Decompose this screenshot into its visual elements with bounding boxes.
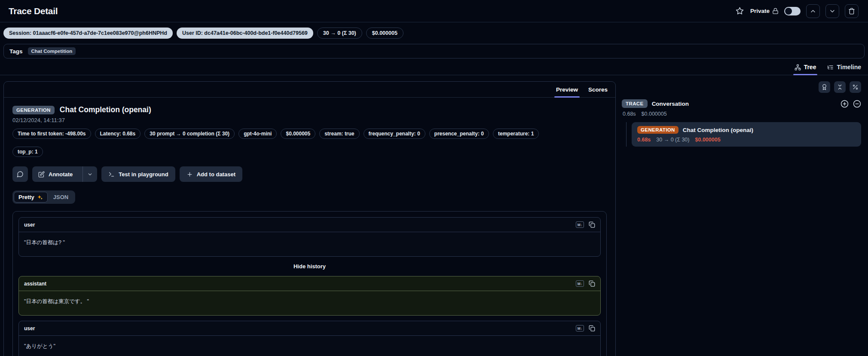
metric-badge: top_p: 1 [12, 147, 43, 157]
view-tabs: Tree Timeline [0, 64, 868, 75]
tab-scores[interactable]: Scores [588, 82, 608, 97]
pretty-label: Pretty [18, 194, 34, 200]
observation-timestamp: 02/12/2024, 14:11:37 [12, 117, 607, 123]
plus-icon [186, 171, 193, 178]
tree-icon [795, 64, 801, 71]
message-content: "ありがとう" [19, 336, 600, 356]
action-buttons: Annotate Test in playground Add to datas… [12, 166, 607, 182]
trace-title: Conversation [652, 101, 689, 107]
next-trace-button[interactable] [825, 4, 839, 18]
user-id-badge[interactable]: User ID: dc47a41e-06bc-400d-bde1-f0e440d… [177, 28, 313, 39]
markdown-toggle-button[interactable]: M↓ [576, 280, 584, 287]
hide-history-button[interactable]: Hide history [18, 263, 601, 270]
format-pretty[interactable]: Pretty [14, 192, 48, 203]
prev-trace-button[interactable] [806, 4, 820, 18]
playground-label: Test in playground [119, 171, 168, 178]
trace-latency: 0.68s [623, 111, 636, 117]
annotate-dropdown[interactable] [83, 166, 97, 182]
message-role: user [24, 222, 35, 228]
markdown-toggle-button[interactable]: M↓ [576, 325, 584, 331]
tree-children: GENERATION Chat Completion (openai) 0.68… [626, 122, 861, 147]
metric-badge: stream: true [319, 129, 359, 139]
delete-trace-button[interactable] [845, 4, 859, 18]
observation-title: Chat Completion (openai) [60, 105, 151, 114]
sparkles-icon [37, 194, 43, 200]
message-user-2: user M↓ "ありがとう" [18, 321, 601, 356]
test-in-playground-button[interactable]: Test in playground [101, 166, 175, 182]
chevron-down-icon [829, 8, 836, 15]
privacy-status: Private [750, 8, 779, 14]
minus-circle-icon[interactable] [853, 100, 861, 108]
metric-badge: Latency: 0.68s [95, 129, 141, 139]
trace-id-badges: Session: 01aaacf6-e0fe-457d-a7de-7c1ee08… [0, 22, 868, 43]
fold-vertical-icon [837, 84, 843, 90]
message-content: "日本の首都は東京です。 " [19, 291, 600, 315]
cost-badge: $0.000005 [366, 28, 403, 39]
page-header: Trace Detail Private [0, 0, 868, 22]
copy-icon [589, 221, 595, 228]
timeline-icon [827, 64, 834, 71]
session-badge[interactable]: Session: 01aaacf6-e0fe-457d-a7de-7c1ee08… [3, 28, 173, 39]
chevron-down-icon [87, 172, 93, 177]
collapse-all-button[interactable] [834, 81, 846, 93]
add-to-dataset-label: Add to dataset [197, 171, 235, 178]
tag-chip[interactable]: Chat Competition [28, 47, 76, 55]
annotate-label: Annotate [49, 171, 73, 178]
add-to-dataset-button[interactable]: Add to dataset [180, 166, 242, 182]
page-title: Trace Detail [9, 6, 58, 16]
annotate-button[interactable]: Annotate [32, 166, 97, 182]
comment-bubble-icon [17, 171, 24, 178]
format-json[interactable]: JSON [48, 192, 74, 203]
annotate-pen-icon [38, 171, 45, 178]
scores-toggle-button[interactable] [819, 81, 830, 93]
tree-toolbar [622, 81, 861, 93]
trace-cost: $0.000005 [642, 111, 667, 117]
observation-panel: Preview Scores GENERATION Chat Completio… [3, 81, 616, 356]
node-cost: $0.000005 [695, 137, 721, 143]
chevron-up-icon [810, 8, 816, 15]
node-latency: 0.68s [637, 137, 651, 143]
metrics-toggle-button[interactable] [850, 81, 861, 93]
markdown-toggle-button[interactable]: M↓ [576, 221, 584, 228]
privacy-label: Private [750, 8, 770, 14]
star-icon [736, 7, 744, 15]
trace-tree-panel: TRACE Conversation 0.68s $0.000005 GENER… [616, 81, 865, 147]
copy-button[interactable] [589, 325, 595, 331]
node-tokens: 30 → 0 (Σ 30) [656, 137, 689, 143]
plus-circle-icon[interactable] [840, 100, 849, 108]
bookmark-star-button[interactable] [735, 6, 745, 16]
tags-bar: Tags Chat Competition [3, 44, 865, 58]
metric-badge: $0.000005 [281, 129, 315, 139]
comment-button[interactable] [12, 166, 28, 182]
copy-icon [589, 280, 595, 287]
generation-node-badge: GENERATION [637, 126, 679, 134]
message-role: user [24, 325, 35, 331]
metric-badge: temperature: 1 [493, 129, 539, 139]
generation-node-selected[interactable]: GENERATION Chat Completion (openai) 0.68… [632, 122, 861, 147]
message-content: "日本の首都は? " [19, 232, 600, 256]
token-usage-badge: 30 → 0 (Σ 30) [317, 28, 362, 39]
copy-button[interactable] [589, 221, 595, 228]
tab-tree-label: Tree [804, 64, 816, 71]
generation-node-title: Chat Completion (openai) [683, 127, 753, 133]
generation-node-metrics: 0.68s 30 → 0 (Σ 30) $0.000005 [637, 137, 856, 143]
metric-badge: presence_penalty: 0 [429, 129, 489, 139]
copy-button[interactable] [589, 280, 595, 287]
panel-tabs: Preview Scores [4, 82, 615, 98]
metric-badge: Time to first token: -498.00s [12, 129, 91, 139]
public-toggle[interactable] [784, 7, 801, 15]
trace-type-badge: TRACE [622, 99, 648, 108]
metric-badge: 30 prompt → 0 completion (Σ 30) [144, 129, 235, 139]
trace-node[interactable]: TRACE Conversation [622, 99, 861, 108]
generation-type-badge: GENERATION [12, 106, 55, 114]
tab-tree[interactable]: Tree [795, 64, 816, 75]
percent-icon [852, 84, 859, 90]
tab-preview[interactable]: Preview [556, 82, 578, 97]
tags-label: Tags [9, 48, 23, 55]
format-toggle: Pretty JSON [12, 190, 75, 204]
tab-timeline[interactable]: Timeline [827, 64, 861, 75]
trace-metrics: 0.68s $0.000005 [622, 111, 861, 117]
message-role: assistant [24, 281, 46, 287]
terminal-icon [108, 171, 115, 178]
trash-icon [848, 8, 855, 15]
